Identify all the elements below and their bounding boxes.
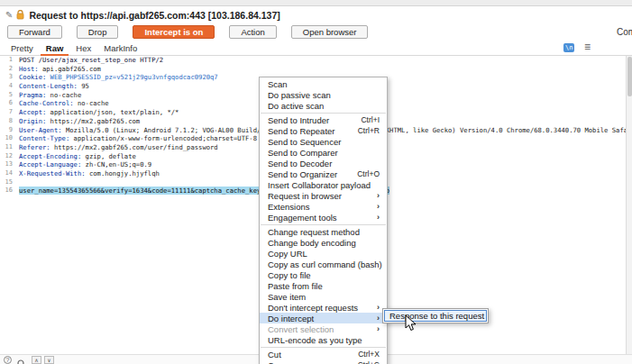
menu-item-don-t-intercept-requests[interactable]: Don't intercept requests› <box>260 302 387 313</box>
menu-item-label: Scan <box>268 79 288 89</box>
menu-item-send-to-decoder[interactable]: Send to Decoder <box>260 158 387 168</box>
menu-item-do-active-scan[interactable]: Do active scan <box>260 100 387 111</box>
line-text: POST /User/ajax_reset_step_one HTTP/2 <box>19 56 163 65</box>
menu-item-label: Save item <box>268 292 306 302</box>
line-number: 12 <box>0 152 13 161</box>
drop-button[interactable]: Drop <box>77 25 119 39</box>
line-text: Referer: https://mx2.gabf265.com/user/fi… <box>19 143 218 152</box>
editor-vertical-scrollbar[interactable] <box>626 56 632 354</box>
line-text: Content-Type: application/x-www-form-url… <box>19 134 257 143</box>
comment-label[interactable]: Comm <box>617 27 632 37</box>
menu-item-label: Extensions <box>268 202 309 212</box>
line-number: 4 <box>0 82 13 91</box>
line-text: Accept-Language: zh-CN,en-US;q=0.9 <box>19 160 151 169</box>
menu-item-save-item[interactable]: Save item <box>260 291 387 302</box>
search-icon[interactable] <box>17 356 26 364</box>
help-icon[interactable]: ? <box>4 356 12 364</box>
scrollbar-thumb[interactable] <box>627 57 632 96</box>
menu-item-cut[interactable]: CutCtrl+X <box>260 349 387 359</box>
menu-item-change-body-encoding[interactable]: Change body encoding <box>260 237 387 248</box>
line-number: 1 <box>0 56 13 65</box>
submenu-arrow-icon: › <box>377 202 380 211</box>
line-number: 6 <box>0 99 13 108</box>
menu-item-label: Copy to file <box>268 270 311 280</box>
menu-item-label: Insert Collaborator payload <box>268 180 371 190</box>
menu-item-extensions[interactable]: Extensions› <box>260 201 387 212</box>
menu-separator <box>261 113 386 114</box>
line-text: Cache-Control: no-cache <box>19 99 109 108</box>
menu-item-do-passive-scan[interactable]: Do passive scan <box>260 89 387 100</box>
menu-item-send-to-comparer[interactable]: Send to Comparer <box>260 147 387 158</box>
menu-item-label: Change body encoding <box>268 238 356 248</box>
menu-item-scan[interactable]: Scan <box>260 78 387 89</box>
prev-match-icon[interactable]: ∧ <box>32 356 41 364</box>
menu-item-label: Do active scan <box>268 101 324 111</box>
menu-item-insert-collaborator-payload[interactable]: Insert Collaborator payload <box>260 179 387 190</box>
menu-item-copy[interactable]: CopyCtrl+C <box>260 359 387 364</box>
window-top-strip <box>0 0 632 6</box>
submenu-arrow-icon: › <box>377 191 380 200</box>
menu-item-copy-url[interactable]: Copy URL <box>260 248 387 259</box>
line-text: Host: api.gabf265.com <box>19 65 101 74</box>
edit-pencil-icon: ✎ <box>5 10 13 20</box>
line-number: 10 <box>0 134 13 143</box>
menu-item-label: Do intercept <box>268 314 314 323</box>
tls-lock-icon <box>16 7 24 23</box>
submenu-arrow-icon: › <box>377 303 380 312</box>
menu-item-url-encode-as-you-type[interactable]: URL-encode as you type <box>260 334 387 345</box>
menu-item-label: Change request method <box>268 227 360 237</box>
menu-shortcut: Ctrl+R <box>358 126 380 135</box>
tab-raw[interactable]: Raw <box>41 41 69 56</box>
forward-button[interactable]: Forward <box>7 25 62 39</box>
intercept-toolbar: Forward Drop Intercept is on Action Open… <box>0 23 632 41</box>
show-newlines-icon[interactable]: \n <box>563 43 574 52</box>
menu-item-label: Send to Repeater <box>268 126 334 136</box>
line-text: X-Requested-With: com.hongjy.hjyflqh <box>19 169 160 178</box>
menu-item-send-to-repeater[interactable]: Send to RepeaterCtrl+R <box>260 125 387 136</box>
action-button[interactable]: Action <box>229 25 276 39</box>
line-number: 15 <box>0 178 13 187</box>
menu-item-label: Send to Organizer <box>268 169 337 179</box>
line-number: 3 <box>0 73 13 82</box>
menu-item-engagement-tools[interactable]: Engagement tools› <box>260 212 387 223</box>
menu-shortcut: Ctrl+O <box>357 169 380 178</box>
menu-item-send-to-intruder[interactable]: Send to IntruderCtrl+I <box>260 114 387 125</box>
menu-item-change-request-method[interactable]: Change request method <box>260 226 387 237</box>
menu-separator <box>261 347 386 348</box>
intercept-toggle-button[interactable]: Intercept is on <box>133 25 215 39</box>
menu-item-copy-to-file[interactable]: Copy to file <box>260 269 387 280</box>
line-number: 13 <box>0 160 13 169</box>
editor-tabs: PrettyRawHexMarkInfo <box>5 41 144 56</box>
menu-item-copy-as-curl-command-bash[interactable]: Copy as curl command (bash) <box>260 259 387 269</box>
tab-pretty[interactable]: Pretty <box>5 41 39 56</box>
next-match-icon[interactable]: ∨ <box>44 356 54 364</box>
line-text: Accept-Encoding: gzip, deflate <box>19 152 136 161</box>
editor-settings-icon[interactable]: ≡ <box>584 41 591 53</box>
menu-item-send-to-sequencer[interactable]: Send to Sequencer <box>260 136 387 147</box>
menu-item-label: Request in browser <box>268 191 342 201</box>
menu-item-label: Send to Comparer <box>268 148 338 158</box>
submenu-arrow-icon: › <box>377 314 380 323</box>
line-number: 11 <box>0 143 13 152</box>
menu-item-send-to-organizer[interactable]: Send to OrganizerCtrl+O <box>260 168 387 179</box>
line-number: 14 <box>0 169 13 178</box>
intercept-request-title: Request to https://api.gabf265.com:443 [… <box>29 10 279 21</box>
menu-item-do-intercept[interactable]: Do intercept› <box>260 313 387 323</box>
tab-markinfo[interactable]: MarkInfo <box>98 41 142 56</box>
menu-item-label: Cut <box>268 350 281 359</box>
menu-item-label: Send to Decoder <box>268 159 332 168</box>
menu-item-request-in-browser[interactable]: Request in browser› <box>260 190 387 201</box>
line-text: Content-Length: 95 <box>19 82 89 91</box>
menu-item-label: Engagement tools <box>268 213 337 223</box>
menu-item-label: Copy URL <box>268 249 307 259</box>
menu-item-label: Don't intercept requests <box>268 303 358 313</box>
request-line-2: 2Host: api.gabf265.com <box>0 65 626 74</box>
submenu-arrow-icon: › <box>377 324 380 333</box>
tab-hex[interactable]: Hex <box>70 41 96 56</box>
menu-item-label: Copy as curl command (bash) <box>268 259 382 269</box>
submenu-item-response-to-this-request[interactable]: Response to this request <box>384 310 487 322</box>
open-browser-button[interactable]: Open browser <box>291 25 369 39</box>
line-text: Pragma: no-cache <box>19 91 81 100</box>
line-number: 2 <box>0 65 13 74</box>
menu-item-paste-from-file[interactable]: Paste from file <box>260 280 387 291</box>
